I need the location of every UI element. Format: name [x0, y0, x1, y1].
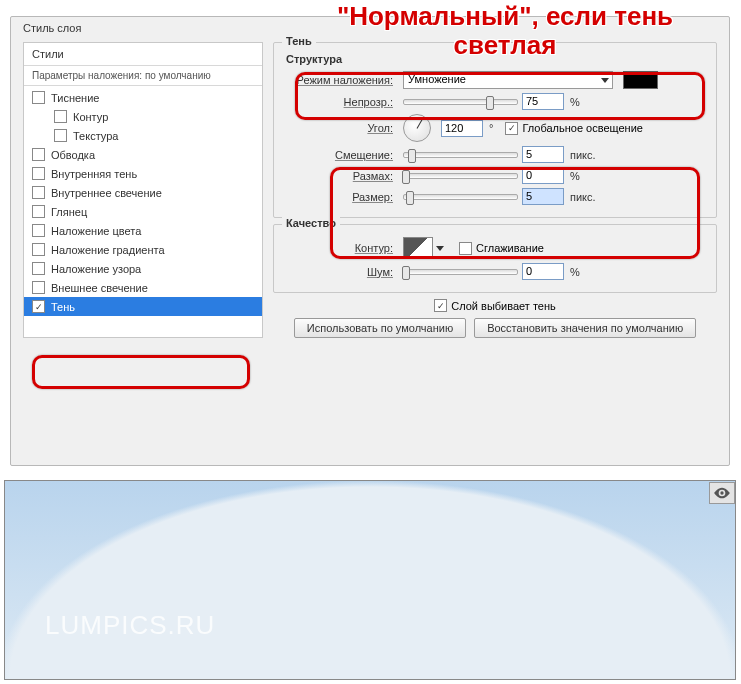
antialias-label: Сглаживание — [476, 242, 544, 254]
spread-unit: % — [570, 170, 580, 182]
blend-mode-dropdown[interactable]: Умножение — [403, 71, 613, 89]
contour-row: Контур: Сглаживание — [284, 237, 706, 259]
styles-list-panel: Стили Параметры наложения: по умолчанию … — [23, 42, 263, 338]
knockout-label: Слой выбивает тень — [451, 300, 556, 312]
angle-row: Угол: 120 ° Глобальное освещение — [284, 114, 706, 142]
size-label: Размер: — [284, 191, 399, 203]
quality-title: Качество — [282, 217, 340, 229]
style-label: Обводка — [51, 149, 95, 161]
opacity-label: Непрозр.: — [284, 96, 399, 108]
global-light-checkbox[interactable] — [505, 122, 518, 135]
spread-input[interactable]: 0 — [522, 167, 564, 184]
style-checkbox[interactable] — [32, 281, 45, 294]
size-row: Размер: 5 пикс. — [284, 188, 706, 205]
layer-style-dialog: Стиль слоя Стили Параметры наложения: по… — [10, 16, 730, 466]
spread-label: Размах: — [284, 170, 399, 182]
distance-unit: пикс. — [570, 149, 596, 161]
style-checkbox[interactable] — [32, 205, 45, 218]
make-default-button[interactable]: Использовать по умолчанию — [294, 318, 466, 338]
distance-label: Смещение: — [284, 149, 399, 161]
angle-unit: ° — [489, 122, 493, 134]
opacity-input[interactable]: 75 — [522, 93, 564, 110]
style-checkbox[interactable] — [32, 186, 45, 199]
svg-point-0 — [720, 491, 723, 494]
distance-slider[interactable] — [403, 152, 518, 158]
style-item-11[interactable]: Тень — [24, 297, 262, 316]
style-checkbox[interactable] — [54, 110, 67, 123]
antialias-checkbox[interactable] — [459, 242, 472, 255]
blend-mode-label: Режим наложения: — [284, 74, 399, 86]
noise-row: Шум: 0 % — [284, 263, 706, 280]
style-label: Наложение градиента — [51, 244, 165, 256]
noise-label: Шум: — [284, 266, 399, 278]
opacity-row: Непрозр.: 75 % — [284, 93, 706, 110]
quality-group: Качество Контур: Сглаживание Шум: 0 % — [273, 224, 717, 293]
size-input[interactable]: 5 — [522, 188, 564, 205]
distance-input[interactable]: 5 — [522, 146, 564, 163]
style-item-8[interactable]: Наложение градиента — [24, 240, 262, 259]
style-checkbox[interactable] — [32, 148, 45, 161]
style-item-4[interactable]: Внутренняя тень — [24, 164, 262, 183]
opacity-unit: % — [570, 96, 580, 108]
noise-slider[interactable] — [403, 269, 518, 275]
style-label: Внутреннее свечение — [51, 187, 162, 199]
style-label: Текстура — [73, 130, 118, 142]
style-label: Внутренняя тень — [51, 168, 137, 180]
shadow-color-swatch[interactable] — [623, 71, 658, 89]
style-item-6[interactable]: Глянец — [24, 202, 262, 221]
knockout-checkbox[interactable] — [434, 299, 447, 312]
reset-default-button[interactable]: Восстановить значения по умолчанию — [474, 318, 696, 338]
visibility-toggle[interactable] — [709, 482, 735, 504]
global-light-label: Глобальное освещение — [522, 122, 643, 134]
style-label: Тень — [51, 301, 75, 313]
style-item-7[interactable]: Наложение цвета — [24, 221, 262, 240]
blend-mode-row: Режим наложения: Умножение — [284, 71, 706, 89]
style-label: Контур — [73, 111, 108, 123]
style-label: Внешнее свечение — [51, 282, 148, 294]
spread-slider[interactable] — [403, 173, 518, 179]
style-item-10[interactable]: Внешнее свечение — [24, 278, 262, 297]
style-item-9[interactable]: Наложение узора — [24, 259, 262, 278]
watermark: LUMPICS.RU — [45, 610, 215, 641]
contour-picker[interactable] — [403, 237, 433, 259]
opacity-slider[interactable] — [403, 99, 518, 105]
distance-row: Смещение: 5 пикс. — [284, 146, 706, 163]
style-item-1[interactable]: Контур — [24, 107, 262, 126]
style-checkbox[interactable] — [54, 129, 67, 142]
style-checkbox[interactable] — [32, 300, 45, 313]
angle-label: Угол: — [284, 122, 399, 134]
style-checkbox[interactable] — [32, 224, 45, 237]
angle-input[interactable]: 120 — [441, 120, 483, 137]
angle-dial[interactable] — [403, 114, 431, 142]
spread-row: Размах: 0 % — [284, 167, 706, 184]
style-item-5[interactable]: Внутреннее свечение — [24, 183, 262, 202]
size-unit: пикс. — [570, 191, 596, 203]
styles-header[interactable]: Стили — [24, 43, 262, 66]
style-label: Глянец — [51, 206, 87, 218]
style-item-3[interactable]: Обводка — [24, 145, 262, 164]
blending-params-row[interactable]: Параметры наложения: по умолчанию — [24, 66, 262, 86]
style-checkbox[interactable] — [32, 262, 45, 275]
noise-unit: % — [570, 266, 580, 278]
style-checkbox[interactable] — [32, 243, 45, 256]
button-row: Использовать по умолчанию Восстановить з… — [273, 318, 717, 338]
eye-icon — [714, 487, 730, 499]
size-slider[interactable] — [403, 194, 518, 200]
knockout-row: Слой выбивает тень — [273, 299, 717, 312]
annotation-text: "Нормальный", если тень светлая — [300, 2, 710, 59]
style-label: Наложение узора — [51, 263, 141, 275]
shadow-group: Тень Структура Режим наложения: Умножени… — [273, 42, 717, 218]
style-label: Тиснение — [51, 92, 99, 104]
style-label: Наложение цвета — [51, 225, 141, 237]
background-image: LUMPICS.RU — [4, 480, 736, 680]
contour-label: Контур: — [284, 242, 399, 254]
style-item-2[interactable]: Текстура — [24, 126, 262, 145]
noise-input[interactable]: 0 — [522, 263, 564, 280]
style-checkbox[interactable] — [32, 91, 45, 104]
style-checkbox[interactable] — [32, 167, 45, 180]
style-item-0[interactable]: Тиснение — [24, 88, 262, 107]
